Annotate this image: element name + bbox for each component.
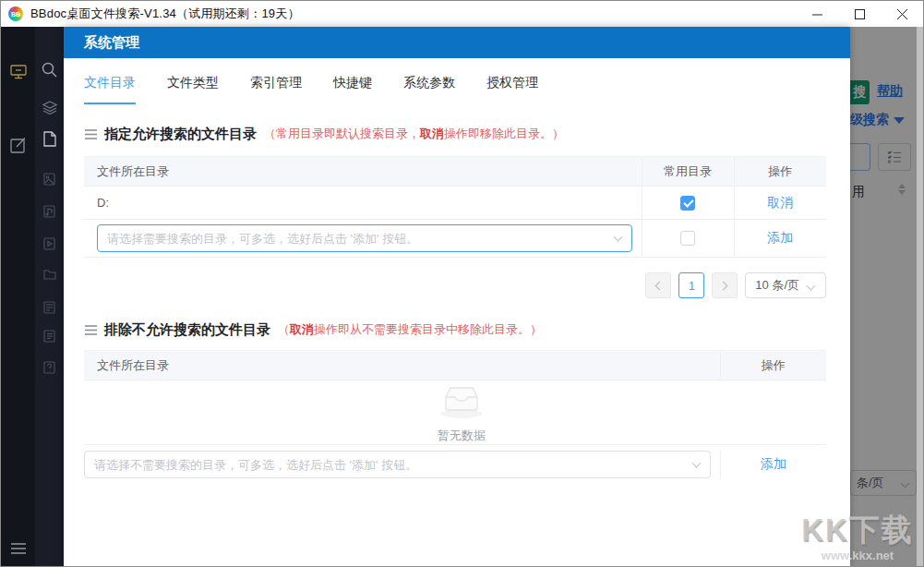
file-audio-icon[interactable] xyxy=(35,205,64,218)
chevron-down-icon xyxy=(807,282,816,291)
excluded-dirs-section-header: 排除不允许搜索的文件目录 （取消操作即从不需要搜索目录中移除此目录。） xyxy=(84,319,826,341)
app-window: BB BBdoc桌面文件搜索-V1.34（试用期还剩：19天） xyxy=(0,0,924,567)
file-icon[interactable] xyxy=(35,131,64,147)
tab-authorization[interactable]: 授权管理 xyxy=(486,75,538,104)
dialog-tabs: 文件目录 文件类型 索引管理 快捷键 系统参数 授权管理 xyxy=(84,75,826,104)
section-note: （取消操作即从不需要搜索目录中移除此目录。） xyxy=(278,321,542,338)
page-size-select[interactable]: 10 条/页 xyxy=(745,272,826,298)
section-title: 指定允许搜索的文件目录 xyxy=(104,126,257,143)
list-icon xyxy=(84,324,98,336)
column-header-action: 操作 xyxy=(720,351,826,380)
empty-inbox-icon xyxy=(438,380,486,419)
tab-system-params[interactable]: 系统参数 xyxy=(403,75,455,104)
tab-file-type[interactable]: 文件类型 xyxy=(167,75,219,104)
file-video-icon[interactable] xyxy=(35,237,64,250)
allowed-dirs-section-header: 指定允许搜索的文件目录 （常用目录即默认搜索目录，取消操作即移除此目录。） xyxy=(84,123,826,145)
add-link[interactable]: 添加 xyxy=(761,456,786,473)
section-note: （常用目录即默认搜索目录，取消操作即移除此目录。） xyxy=(264,126,564,142)
file-archive-icon[interactable] xyxy=(35,301,64,314)
layers-icon[interactable] xyxy=(35,101,64,115)
modal-backdrop xyxy=(850,27,923,567)
next-page-button[interactable] xyxy=(712,272,738,298)
scrollbar-track[interactable] xyxy=(917,27,923,567)
file-list-icon[interactable] xyxy=(35,330,64,343)
table-row: D: 取消 xyxy=(84,187,826,220)
table-header-row: 文件所在目录 操作 xyxy=(84,351,826,380)
dialog-body: 文件目录 文件类型 索引管理 快捷键 系统参数 授权管理 指定允许搜索的文件目录… xyxy=(64,58,850,567)
action-cell: 添加 xyxy=(734,220,826,258)
excluded-add-row: 添加 xyxy=(84,451,826,478)
directory-select-cell xyxy=(84,220,642,258)
column-header-action: 操作 xyxy=(734,157,826,187)
tab-file-directory[interactable]: 文件目录 xyxy=(84,75,136,104)
sidebar-filetypes xyxy=(35,27,64,567)
table-add-row: 添加 xyxy=(84,220,826,258)
column-header-directory: 文件所在目录 xyxy=(84,157,642,187)
empty-text: 暂无数据 xyxy=(438,428,486,444)
common-dir-checkbox[interactable] xyxy=(680,196,695,211)
add-excluded-directory-select[interactable] xyxy=(84,451,711,478)
close-icon xyxy=(897,9,907,19)
system-management-dialog: 系统管理 文件目录 文件类型 索引管理 快捷键 系统参数 授权管理 指定允许搜索… xyxy=(64,27,850,567)
action-cell: 取消 xyxy=(734,187,826,220)
window-title: BBdoc桌面文件搜索-V1.34（试用期还剩：19天） xyxy=(30,6,300,22)
file-unknown-icon[interactable] xyxy=(35,361,64,374)
close-button[interactable] xyxy=(881,1,923,27)
background-app-region: 搜 帮助 级搜索 用 条/页 xyxy=(850,27,923,567)
common-cell xyxy=(642,187,734,220)
tab-shortcuts[interactable]: 快捷键 xyxy=(333,75,372,104)
titlebar: BB BBdoc桌面文件搜索-V1.34（试用期还剩：19天） xyxy=(1,1,923,27)
table-header-row: 文件所在目录 常用目录 操作 xyxy=(84,157,826,187)
excluded-dirs-table: 文件所在目录 操作 暂无数据 xyxy=(84,350,826,445)
cancel-link[interactable]: 取消 xyxy=(767,195,793,210)
window-controls xyxy=(796,1,923,27)
prev-page-button[interactable] xyxy=(645,272,671,298)
edit-icon[interactable] xyxy=(1,136,35,154)
monitor-icon[interactable] xyxy=(1,64,35,80)
directory-cell: D: xyxy=(84,187,642,220)
list-icon xyxy=(84,128,98,140)
add-link[interactable]: 添加 xyxy=(767,230,793,245)
menu-icon[interactable] xyxy=(1,542,35,555)
common-cell xyxy=(642,220,734,258)
table-empty-row: 暂无数据 xyxy=(84,380,826,445)
minimize-button[interactable] xyxy=(796,1,838,27)
allowed-dirs-table: 文件所在目录 常用目录 操作 D: 取消 xyxy=(84,156,826,258)
file-image-icon[interactable] xyxy=(35,173,64,186)
dialog-title: 系统管理 xyxy=(64,27,850,58)
chevron-right-icon xyxy=(719,281,728,290)
sidebar-primary xyxy=(1,27,35,567)
app-logo-icon: BB xyxy=(8,6,23,21)
pagination: 1 10 条/页 xyxy=(84,272,826,298)
chevron-left-icon xyxy=(655,281,665,290)
column-header-common: 常用目录 xyxy=(642,157,734,187)
tab-index-management[interactable]: 索引管理 xyxy=(250,75,302,104)
common-dir-checkbox[interactable] xyxy=(680,231,695,246)
maximize-icon xyxy=(855,9,865,19)
empty-state: 暂无数据 xyxy=(84,380,826,445)
maximize-button[interactable] xyxy=(838,1,881,27)
section-title: 排除不允许搜索的文件目录 xyxy=(104,321,270,339)
page-number-button[interactable]: 1 xyxy=(678,272,704,298)
search-icon[interactable] xyxy=(35,62,64,78)
folder-icon[interactable] xyxy=(35,269,64,280)
minimize-icon xyxy=(812,9,822,19)
add-directory-select[interactable] xyxy=(97,224,632,252)
column-header-directory: 文件所在目录 xyxy=(84,351,720,380)
